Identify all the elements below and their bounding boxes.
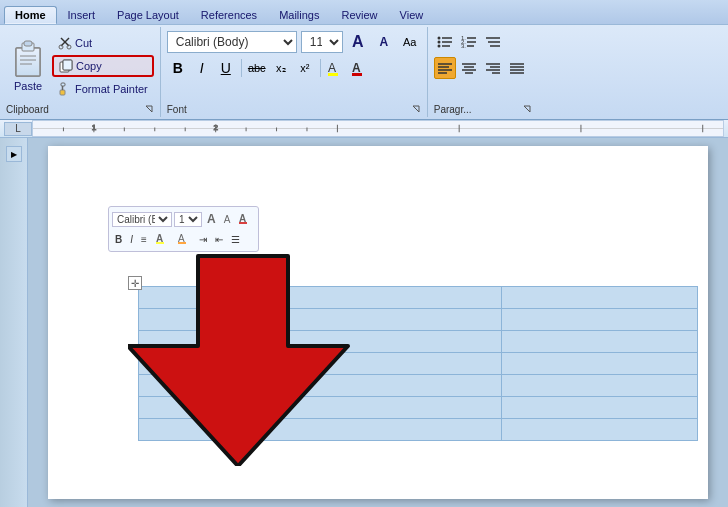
table-cell[interactable]	[502, 397, 698, 419]
align-center-icon	[461, 60, 477, 76]
mini-highlight-icon: A	[155, 231, 169, 245]
font-expand-icon[interactable]	[411, 104, 421, 114]
align-center-button[interactable]	[458, 57, 480, 79]
svg-rect-18	[328, 73, 338, 76]
tab-mailings[interactable]: Mailings	[268, 6, 330, 24]
font-group-bottom: Font	[167, 102, 421, 115]
mini-highlight-button[interactable]: A	[152, 230, 172, 248]
font-size-selector[interactable]: 11	[301, 31, 343, 53]
document-table[interactable]	[138, 286, 698, 441]
table-cell[interactable]	[139, 419, 502, 441]
clipboard-expand-icon[interactable]	[144, 104, 154, 114]
mini-align-button[interactable]: ≡	[138, 233, 150, 246]
table-row	[139, 419, 698, 441]
copy-button[interactable]: Copy	[52, 55, 154, 77]
underline-button[interactable]: U	[215, 57, 237, 79]
superscript-button[interactable]: x²	[294, 57, 316, 79]
mini-bold-button[interactable]: B	[112, 233, 125, 246]
mini-outdent-button[interactable]: ⇤	[212, 233, 226, 246]
mini-font-selector[interactable]: Calibri (Boc	[112, 212, 172, 227]
paragraph-label: Paragr...	[434, 102, 472, 115]
ribbon-tab-bar: Home Insert Page Layout References Maili…	[0, 0, 728, 24]
mini-color-button[interactable]: A	[235, 210, 255, 228]
tab-page-layout[interactable]: Page Layout	[106, 6, 190, 24]
tab-home[interactable]: Home	[4, 6, 57, 24]
table-move-handle[interactable]: ✛	[128, 276, 142, 290]
svg-rect-13	[63, 60, 72, 70]
cut-button[interactable]: Cut	[52, 33, 154, 53]
bold-button[interactable]: B	[167, 57, 189, 79]
font-row-2: B I U abc x₂ x²	[167, 55, 421, 81]
paste-button[interactable]: Paste	[6, 33, 50, 99]
paste-icon	[12, 40, 44, 78]
ribbon-content: Paste Cut	[0, 24, 728, 119]
table-row	[139, 309, 698, 331]
format-painter-button[interactable]: Format Painter	[52, 79, 154, 99]
align-right-icon	[485, 60, 501, 76]
multilevel-list-icon	[484, 33, 502, 51]
tab-references[interactable]: References	[190, 6, 268, 24]
table-cell[interactable]	[502, 419, 698, 441]
font-label: Font	[167, 102, 187, 115]
table-cell[interactable]	[139, 397, 502, 419]
font-color-button[interactable]: A	[349, 57, 371, 79]
highlight-button[interactable]: A	[325, 57, 347, 79]
table-cell[interactable]	[502, 331, 698, 353]
table-row	[139, 375, 698, 397]
table-row	[139, 331, 698, 353]
mini-color-icon: A	[238, 211, 252, 225]
subscript-button[interactable]: x₂	[270, 57, 292, 79]
table-cell[interactable]	[502, 353, 698, 375]
table-cell[interactable]	[139, 331, 502, 353]
document-page[interactable]: Calibri (Boc 11 A A A B	[48, 146, 708, 499]
mini-font-color-button[interactable]: A	[174, 230, 194, 248]
italic-button[interactable]: I	[191, 57, 213, 79]
paragraph-expand-icon[interactable]	[522, 104, 532, 114]
font-grow-button[interactable]: A	[347, 31, 369, 53]
mini-grow-button[interactable]: A	[204, 211, 219, 227]
mini-size-selector[interactable]: 11	[174, 212, 202, 227]
table-cell[interactable]	[139, 309, 502, 331]
font-name-selector[interactable]: Calibri (Body)	[167, 31, 297, 53]
mini-toolbar-row-2: B I ≡ A A ⇥	[112, 230, 255, 248]
table-cell[interactable]	[502, 375, 698, 397]
table-cell[interactable]	[139, 353, 502, 375]
svg-rect-16	[61, 83, 65, 86]
mini-italic-button[interactable]: I	[127, 233, 136, 246]
numbered-list-button[interactable]: 1. 2. 3.	[458, 31, 480, 53]
table-cell[interactable]	[139, 375, 502, 397]
font-shrink-button[interactable]: A	[373, 31, 395, 53]
clipboard-buttons: Paste Cut	[6, 29, 154, 102]
svg-point-21	[437, 37, 440, 40]
svg-rect-3	[24, 41, 32, 46]
mini-toolbar: Calibri (Boc 11 A A A B	[108, 206, 259, 252]
svg-text:A: A	[328, 61, 336, 75]
strikethrough-button[interactable]: abc	[246, 57, 268, 79]
doc-sidebar: ▶	[0, 138, 28, 507]
font-group: Calibri (Body) 11 A A Aa B	[161, 27, 428, 117]
svg-rect-1	[16, 48, 40, 76]
clear-formatting-icon: Aa	[403, 36, 416, 48]
mini-shrink-button[interactable]: A	[221, 213, 234, 226]
justify-button[interactable]	[506, 57, 528, 79]
tab-insert[interactable]: Insert	[57, 6, 107, 24]
mini-list-button[interactable]: ☰	[228, 233, 243, 246]
paragraph-row-2	[434, 55, 532, 81]
bullets-button[interactable]	[434, 31, 456, 53]
align-left-button[interactable]	[434, 57, 456, 79]
svg-rect-69	[239, 222, 247, 224]
mini-indent-button[interactable]: ⇥	[196, 233, 210, 246]
ruler: L 1 2	[0, 120, 728, 138]
multilevel-list-button[interactable]	[482, 31, 504, 53]
table-cell[interactable]	[502, 287, 698, 309]
table-cell[interactable]	[139, 287, 502, 309]
tab-review[interactable]: Review	[330, 6, 388, 24]
table-cell[interactable]	[502, 309, 698, 331]
align-right-button[interactable]	[482, 57, 504, 79]
font-color-icon: A	[350, 58, 370, 78]
ruler-corner[interactable]: L	[4, 122, 32, 136]
tab-view[interactable]: View	[389, 6, 435, 24]
svg-text:1: 1	[92, 124, 97, 133]
clear-formatting-button[interactable]: Aa	[399, 31, 421, 53]
ruler-marks: 1 2	[33, 121, 723, 136]
